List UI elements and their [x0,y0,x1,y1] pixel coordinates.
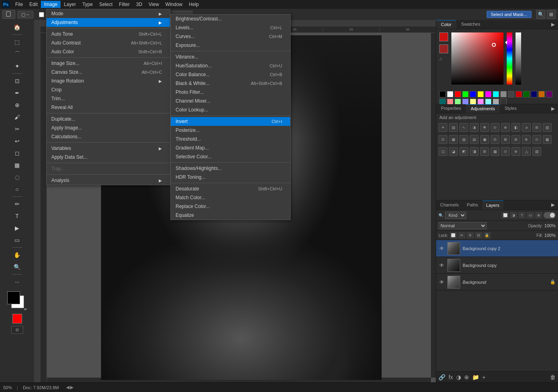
adj-levels[interactable]: Levels... Ctrl+L [171,23,290,32]
swatch-cell[interactable] [546,91,552,97]
adj-icon-21[interactable]: ▧ [532,147,541,156]
menu-trim[interactable]: Trim... [46,94,170,103]
menu-analysis[interactable]: Analysis ▶ [46,176,170,185]
hue-adj-icon[interactable]: ⊙ [491,123,499,132]
clone-tool[interactable]: ✂ [11,123,23,135]
folder-icon[interactable]: 📁 [472,374,479,380]
heal-tool[interactable]: ⊕ [11,99,23,111]
adj-icon-6[interactable]: ⊟ [491,135,499,144]
layer-visibility-bg-copy[interactable]: 👁 [439,262,445,269]
color-spectrum-bar[interactable] [507,32,512,85]
layer-item-bg-copy[interactable]: 👁 Background copy [436,257,558,274]
file-menu-item[interactable]: File [12,1,26,8]
swap-colors[interactable]: ⇄ [24,307,27,311]
link-layers-icon[interactable]: 🔗 [439,374,445,380]
adj-hdr-toning[interactable]: HDR Toning... [171,173,290,182]
channels-tab[interactable]: Channels [436,200,463,210]
layer-filter-select[interactable]: Kind [445,212,466,219]
adj-icon-18[interactable]: ⊙ [501,147,510,156]
menu-variables[interactable]: Variables ▶ [46,144,170,153]
swatch-cell[interactable] [439,91,446,97]
menu-duplicate[interactable]: Duplicate... [46,115,170,123]
layers-tab[interactable]: Layers [482,200,503,210]
dodge-tool[interactable]: ○ [11,184,23,195]
adj-icon-17[interactable]: ▦ [491,147,499,156]
menu-auto-contrast[interactable]: Auto Contrast Alt+Shift+Ctrl+L [46,38,170,47]
lasso-tool[interactable]: ⌒ [11,48,23,60]
menu-canvas-size[interactable]: Canvas Size... Alt+Ctrl+C [46,68,170,77]
color-lookup-icon[interactable]: ▥ [543,123,552,132]
adj-invert[interactable]: Invert Ctrl+I [171,117,290,126]
3d-menu-item[interactable]: 3D [133,1,145,8]
pen-tool[interactable]: ✏ [11,198,23,210]
filter-menu-item[interactable]: Filter [116,1,133,8]
vertical-scrollbar[interactable] [431,33,436,378]
adj-icon-12[interactable]: ◫ [439,147,447,156]
adj-curves[interactable]: Curves... Ctrl+M [171,32,290,41]
layer-filter-type[interactable]: T [518,212,526,218]
home-tool[interactable]: 🏠 [11,22,23,33]
adj-icon-15[interactable]: ◨ [470,147,479,156]
adj-exposure[interactable]: Exposure... [171,41,290,50]
adj-match-color[interactable]: Match Color... [171,193,290,202]
styles-tab[interactable]: Styles [500,104,522,113]
text-tool[interactable]: T [11,210,23,222]
crop-tool[interactable]: ⊡ [11,75,23,87]
background-color-swatch[interactable] [439,44,448,53]
history-tool[interactable]: ↩ [11,135,23,147]
adj-icon-19[interactable]: ⊕ [512,147,520,156]
lock-artboard-icon[interactable]: ⊟ [475,232,482,238]
type-menu-item[interactable]: Type [79,1,96,8]
swatch-cell[interactable] [470,91,476,97]
antialias-checkbox[interactable] [39,12,44,17]
layer-filter-pixel[interactable]: ⬜ [501,212,509,218]
adj-photo-filter[interactable]: Photo Filter... [171,88,290,97]
blend-mode-select[interactable]: Normal [439,222,487,229]
add-adj-icon[interactable]: ⊕ [464,374,469,380]
curves-adj-icon[interactable]: ∿ [459,123,468,132]
eyedropper-tool[interactable]: ✒ [11,87,23,99]
lock-pixels-icon[interactable]: ✏ [458,232,465,238]
adj-brightness-contrast[interactable]: Brightness/Contrast... [171,14,290,23]
adj-icon-9[interactable]: ⊕ [522,135,531,144]
eraser-tool[interactable]: ◻ [11,148,23,159]
paths-tab[interactable]: Paths [463,200,482,210]
status-next[interactable]: ▶ [70,385,73,390]
adj-posterize[interactable]: Posterize... [171,126,290,135]
gradient-tool[interactable]: ▦ [11,160,23,171]
screen-mode-btn[interactable]: ⊡ [11,326,23,334]
new-doc-btn[interactable] [2,10,15,19]
lock-position-icon[interactable]: ✛ [467,232,474,238]
add-fx-icon[interactable]: fx [449,374,453,380]
lock-all-icon[interactable]: 🔒 [483,232,491,238]
swatch-cell[interactable] [531,91,537,97]
swatch-cell[interactable] [538,91,545,97]
status-prev[interactable]: ◀ [66,385,69,390]
color-panel-menu[interactable]: ▶ [548,20,558,29]
threshold-adj-icon[interactable]: ▧ [459,135,468,144]
swatch-cell[interactable] [508,91,514,97]
adj-desaturate[interactable]: Desaturate Shift+Ctrl+U [171,184,290,193]
brush-tool[interactable]: 🖌 [11,111,23,123]
color-picker-widget[interactable]: ⇄ [7,291,27,311]
path-select-tool[interactable]: ▶ [11,222,23,234]
menu-crop[interactable]: Crop [46,85,170,94]
swatches-tab[interactable]: Swatches [456,20,485,29]
menu-calculations[interactable]: Calculations... [46,132,170,141]
layer-visibility-bg[interactable]: 👁 [439,279,445,285]
open-btn[interactable]: ▢→ [18,11,33,18]
menu-image-rotation[interactable]: Image Rotation ▶ [46,77,170,85]
adj-channel-mixer[interactable]: Channel Mixer... [171,97,290,105]
brightness-adj-icon[interactable]: ☀ [439,123,447,132]
color-tab[interactable]: Color [436,20,456,29]
layer-filter-smart[interactable]: ⊕ [535,212,542,218]
help-menu-item[interactable]: Help [186,1,202,8]
photo-filter-icon[interactable]: ⌀ [522,123,531,132]
levels-adj-icon[interactable]: ▤ [449,123,458,132]
vibrance-adj-icon[interactable]: ❋ [480,123,489,132]
menu-auto-color[interactable]: Auto Color Shift+Ctrl+B [46,47,170,56]
magic-wand-tool[interactable]: ✦ [11,61,23,72]
swatch-cell[interactable] [493,91,499,97]
layer-menu-item[interactable]: Layer [61,1,79,8]
quick-mask-btn[interactable] [12,314,22,323]
